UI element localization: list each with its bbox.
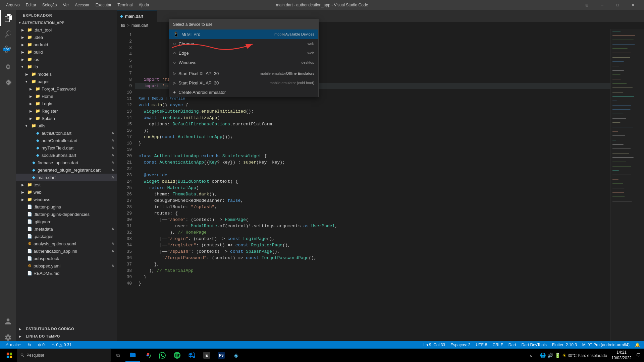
- tree-item-analysis_options[interactable]: ⚙analysis_options.yamlA: [16, 240, 117, 247]
- device-mi9t-pro[interactable]: 📱 Mi 9T Pro mobile Available Devices: [169, 29, 318, 39]
- tree-item-Splash[interactable]: ▶📁Splash: [16, 115, 117, 122]
- taskbar-network-icon[interactable]: 🌐: [540, 353, 546, 358]
- menu-selecao[interactable]: Seleção: [40, 2, 59, 8]
- tree-item-windows[interactable]: ▶📁windows: [16, 196, 117, 203]
- create-emulator-item[interactable]: + Create Android emulator: [169, 87, 318, 97]
- taskbar-task-view[interactable]: ⧉: [111, 349, 125, 362]
- tree-item-idea[interactable]: ▶📁.idea: [16, 34, 117, 41]
- menu-terminal[interactable]: Terminal: [115, 2, 135, 8]
- tree-item-generated_plugin[interactable]: ◆generated_plugin_registrant.dartA: [16, 166, 117, 174]
- taskbar-powershell[interactable]: PS: [214, 349, 229, 362]
- breadcrumb-lib[interactable]: lib: [121, 23, 125, 28]
- tree-item-socialButtons[interactable]: ◆socialButtons.dartA: [16, 152, 117, 159]
- timeline-section[interactable]: ▶ LINHA DO TEMPO: [16, 333, 117, 340]
- taskbar-chrome[interactable]: [140, 349, 155, 362]
- status-device[interactable]: Mi 9T Pro (android-arm64): [581, 343, 631, 347]
- project-root[interactable]: ▾ AUTHENTICATION_APP: [16, 19, 117, 26]
- account-icon[interactable]: [0, 313, 16, 329]
- taskbar-vscode[interactable]: [184, 349, 199, 362]
- taskbar-sound-icon[interactable]: 🔊: [547, 353, 553, 358]
- status-sync[interactable]: ↻: [26, 343, 33, 347]
- tree-item-firebase_options[interactable]: ◆firebase_options.dartA: [16, 159, 117, 166]
- device-pixel-xl-2[interactable]: ▷ Start Pixel XL API 30 mobile emulator …: [169, 78, 318, 87]
- tree-item-pubspec_yaml[interactable]: ⚙pubspec.yamlA: [16, 262, 117, 269]
- menu-arquivo[interactable]: Arquivo: [3, 2, 22, 8]
- device-windows[interactable]: ○ Windows desktop: [169, 58, 318, 67]
- tree-item-authController[interactable]: ◆authController.dartA: [16, 137, 117, 144]
- taskbar-weather[interactable]: ☀ 30°C Parc ensolarado: [562, 353, 607, 358]
- status-eol[interactable]: CRLF: [491, 343, 504, 347]
- code-line-24: return MaterialApp(: [135, 185, 610, 191]
- tree-item-web[interactable]: ▶📁web: [16, 188, 117, 196]
- taskbar-search[interactable]: Pesquisar: [17, 349, 111, 362]
- tree-item-authentication_app[interactable]: 📄authentication_app.imlA: [16, 247, 117, 255]
- tree-item-README[interactable]: 📄README.md: [16, 269, 117, 277]
- tree-item-utils[interactable]: ▾📁utils: [16, 122, 117, 129]
- taskbar-chevron[interactable]: ∧: [524, 349, 538, 362]
- tree-item-dart_tool[interactable]: ▶📁.dart_tool: [16, 26, 117, 34]
- taskbar-clock[interactable]: 14:21 10/03/2022: [609, 350, 634, 361]
- tree-item-pubspec_lock[interactable]: 📄pubspec.lock: [16, 255, 117, 262]
- taskbar-battery-icon[interactable]: 🔋: [555, 353, 560, 358]
- minimize-button[interactable]: ─: [594, 0, 610, 10]
- status-errors[interactable]: ⊗ 0: [37, 343, 46, 347]
- taskbar-epic[interactable]: E: [199, 349, 214, 362]
- tree-item-pages[interactable]: ▾📁pages: [16, 78, 117, 85]
- tree-item-ForgotPassword[interactable]: ▶📁Forgot_Password: [16, 85, 117, 93]
- status-branch[interactable]: ⎇ main+: [3, 343, 22, 347]
- run-icon[interactable]: [0, 58, 16, 74]
- tree-item-gitignore[interactable]: 📄.gitignore: [16, 218, 117, 225]
- source-control-icon[interactable]: 100: [0, 42, 16, 58]
- breadcrumb-file[interactable]: main.dart: [131, 23, 148, 28]
- debug-link[interactable]: Debug: [152, 97, 163, 101]
- tree-item-packages[interactable]: 📄.packages: [16, 233, 117, 240]
- status-devtools[interactable]: Dart DevTools: [520, 343, 548, 347]
- run-link[interactable]: Run: [139, 97, 145, 101]
- tree-item-build[interactable]: ▶📁build: [16, 48, 117, 56]
- taskbar-file-explorer[interactable]: [125, 349, 140, 362]
- tree-item-Login[interactable]: ▶📁Login: [16, 100, 117, 107]
- taskbar-spotify[interactable]: [170, 349, 184, 362]
- extensions-icon[interactable]: [0, 74, 16, 90]
- tree-item-myTextField[interactable]: ◆myTextField.dartA: [16, 144, 117, 152]
- close-button[interactable]: ✕: [625, 0, 641, 10]
- status-notif[interactable]: 🔔: [634, 343, 641, 347]
- taskbar-whatsapp[interactable]: [155, 349, 170, 362]
- start-button[interactable]: [2, 349, 17, 362]
- taskbar-unknown[interactable]: ◈: [229, 349, 244, 362]
- tree-item-Register[interactable]: ▶📁Register: [16, 107, 117, 115]
- status-spaces[interactable]: Espaços: 2: [449, 343, 472, 347]
- tree-item-models[interactable]: ▶📁models: [16, 70, 117, 78]
- layout-icon[interactable]: ⊞: [579, 0, 594, 10]
- code-structure-section[interactable]: ▶ ESTRUTURA DO CÓDIGO: [16, 325, 117, 333]
- status-warnings[interactable]: ⚠ 0 △ 0 31: [50, 343, 73, 347]
- device-chrome[interactable]: ○ Chrome web: [169, 39, 318, 48]
- menu-ver[interactable]: Ver: [60, 2, 71, 8]
- menu-acessar[interactable]: Acessar: [72, 2, 92, 8]
- menu-editar[interactable]: Editar: [23, 2, 39, 8]
- tree-item-authButton[interactable]: ◆authButton.dartA: [16, 129, 117, 137]
- status-lang[interactable]: Dart: [507, 343, 518, 347]
- explorer-icon[interactable]: [0, 10, 16, 26]
- taskbar-notification-icon[interactable]: 🗨: [636, 353, 641, 358]
- device-edge[interactable]: ○ Edge web: [169, 48, 318, 58]
- status-ln-col[interactable]: Ln 9, Col 33: [422, 343, 446, 347]
- tree-item-main[interactable]: ◆main.dartA: [16, 174, 117, 181]
- tree-item-android[interactable]: ▶📁android: [16, 41, 117, 48]
- menu-ajuda[interactable]: Ajuda: [136, 2, 152, 8]
- device-pixel-xl-1[interactable]: ▷ Start Pixel XL API 30 mobile emulator …: [169, 69, 318, 78]
- tree-item-Home[interactable]: ▶📁Home: [16, 93, 117, 100]
- maximize-button[interactable]: □: [610, 0, 625, 10]
- tree-item-metadata[interactable]: 📄.metadataA: [16, 225, 117, 233]
- svg-rect-29: [612, 157, 634, 158]
- menu-executar[interactable]: Executar: [93, 2, 114, 8]
- tree-item-test[interactable]: ▶📁test: [16, 181, 117, 188]
- search-icon[interactable]: [0, 26, 16, 42]
- tab-main-dart[interactable]: ◆ main.dart ✕: [117, 10, 157, 22]
- tree-item-ios[interactable]: ▶📁ios: [16, 56, 117, 63]
- tree-item-flutter_plugins_dep[interactable]: 📄.flutter-plugins-dependencies: [16, 210, 117, 218]
- status-encoding[interactable]: UTF-8: [474, 343, 488, 347]
- tree-item-flutter_plugins[interactable]: 📄.flutter-plugins: [16, 203, 117, 210]
- status-flutter[interactable]: Flutter: 2.10.3: [551, 343, 578, 347]
- tree-item-lib[interactable]: ▾📁lib: [16, 63, 117, 70]
